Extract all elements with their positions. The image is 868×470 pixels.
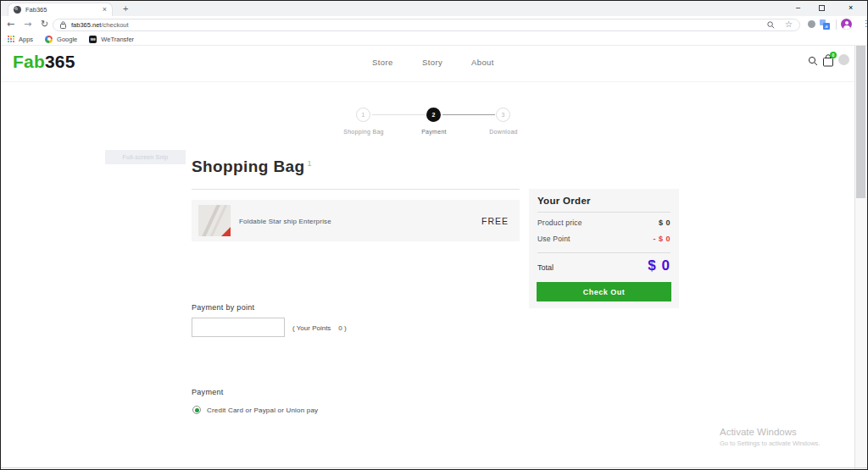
your-points-hint: ( Your Points 0 )	[292, 324, 347, 332]
window-maximize-button[interactable]	[819, 5, 825, 11]
site-header: Fab365 Store Story About 0	[1, 46, 867, 82]
order-divider-top	[537, 212, 670, 213]
url-domain: fab365.net	[71, 21, 101, 29]
snip-tooltip-artifact: Full-screen Snip	[105, 150, 186, 164]
stepper-line-2	[442, 114, 495, 115]
nav-link-story[interactable]: Story	[422, 58, 442, 67]
wetransfer-favicon-icon: we	[89, 36, 97, 43]
user-avatar[interactable]	[838, 54, 849, 65]
order-summary-panel: Your Order Product price $ 0 Use Point -…	[529, 189, 679, 308]
apps-grid-icon[interactable]	[8, 36, 14, 42]
window-minimize-button[interactable]: –	[796, 4, 800, 12]
refresh-icon[interactable]: ↻	[41, 19, 48, 30]
tab-title: Fab365	[25, 6, 103, 14]
total-value: $ 0	[648, 257, 670, 274]
browser-tab-strip: Fab365 × + – ×	[1, 1, 867, 16]
url-path: /checkout	[101, 21, 128, 29]
payment-method-option: Credit Card or Paypal or Union pay	[207, 406, 318, 414]
logo-part-365: 365	[45, 52, 75, 71]
toolbar-separator	[836, 19, 837, 30]
step-circle-payment[interactable]: 2	[426, 108, 441, 122]
page-title: Shopping Bag1	[192, 158, 312, 176]
logo-part-fab: Fab	[13, 52, 45, 71]
page-viewport: Fab365 Store Story About 0 1 2 3	[1, 46, 867, 469]
product-name: Foldable Star ship Enterprise	[239, 218, 331, 225]
use-point-value: - $ 0	[653, 235, 670, 243]
step-label-download: Download	[489, 129, 518, 135]
product-price-value: $ 0	[659, 218, 670, 227]
window-close-button[interactable]: ×	[849, 4, 853, 12]
translate-icon[interactable]: a	[820, 19, 830, 30]
point-amount-input[interactable]	[192, 318, 285, 337]
bookmark-wetransfer[interactable]: WeTransfer	[101, 36, 134, 43]
total-label: Total	[537, 263, 554, 272]
cart-badge: 0	[830, 52, 837, 58]
title-divider	[192, 189, 520, 190]
step-label-payment: Payment	[421, 129, 447, 135]
use-point-label: Use Point	[537, 235, 570, 243]
nav-link-about[interactable]: About	[471, 58, 494, 67]
product-price: FREE	[481, 216, 509, 226]
payment-method-radio[interactable]	[192, 406, 201, 414]
checkout-button[interactable]: Check Out	[537, 282, 671, 301]
activate-windows-watermark: Activate Windows Go to Settings to activ…	[720, 426, 820, 448]
tab-close-icon[interactable]: ×	[103, 6, 107, 14]
step-label-shopping-bag: Shopping Bag	[343, 129, 384, 135]
address-bar[interactable]: fab365.net/checkout ☆	[53, 19, 800, 31]
product-price-label: Product price	[537, 218, 582, 227]
watermark-line2: Go to Settings to activate Windows.	[720, 440, 820, 448]
product-thumbnail[interactable]	[198, 205, 231, 236]
checkout-stepper: 1 2 3 Shopping Bag Payment Download	[1, 103, 867, 144]
bookmark-google[interactable]: Google	[57, 36, 77, 43]
bookmarks-bar: Apps Google we WeTransfer	[1, 33, 867, 46]
browser-tab[interactable]: Fab365 ×	[8, 3, 113, 16]
nav-link-store[interactable]: Store	[372, 58, 393, 67]
step-circle-shopping-bag[interactable]: 1	[356, 108, 370, 122]
google-favicon-icon	[45, 36, 53, 43]
bookmark-apps[interactable]: Apps	[19, 36, 33, 43]
bookmark-star-icon[interactable]: ☆	[785, 20, 793, 29]
payment-by-point-label: Payment by point	[192, 303, 254, 312]
new-tab-button[interactable]: +	[123, 3, 128, 14]
site-logo[interactable]: Fab365	[13, 52, 75, 72]
order-summary-title: Your Order	[537, 196, 591, 206]
url-text: fab365.net/checkout	[71, 21, 129, 29]
page-title-text: Shopping Bag	[192, 158, 305, 175]
order-divider-bottom	[537, 252, 670, 253]
browser-toolbar: ← → ↻ fab365.net/checkout ☆ a ⋮	[1, 16, 867, 33]
payment-section-label: Payment	[192, 388, 224, 396]
browser-menu-icon[interactable]: ⋮	[862, 19, 868, 28]
site-favicon-icon	[14, 6, 21, 14]
back-icon[interactable]: ←	[7, 19, 14, 30]
section-divider-bottom	[1, 467, 867, 468]
forward-icon[interactable]: →	[24, 19, 31, 30]
translate-icon-front: a	[823, 23, 830, 30]
search-icon[interactable]	[808, 56, 818, 66]
step-circle-download[interactable]: 3	[496, 108, 510, 122]
watermark-line1: Activate Windows	[720, 426, 820, 440]
page-zoom-icon[interactable]	[767, 21, 775, 29]
lock-icon	[60, 21, 66, 29]
screenshot-root: Fab365 × + – × ← → ↻ fab365.net/checkout…	[0, 0, 868, 470]
item-count-sup: 1	[308, 159, 312, 168]
browser-profile-avatar[interactable]	[841, 19, 852, 30]
cart-item-row[interactable]: Foldable Star ship Enterprise FREE	[192, 200, 520, 241]
extension-icon[interactable]	[808, 20, 815, 28]
stepper-line-1	[372, 114, 426, 115]
